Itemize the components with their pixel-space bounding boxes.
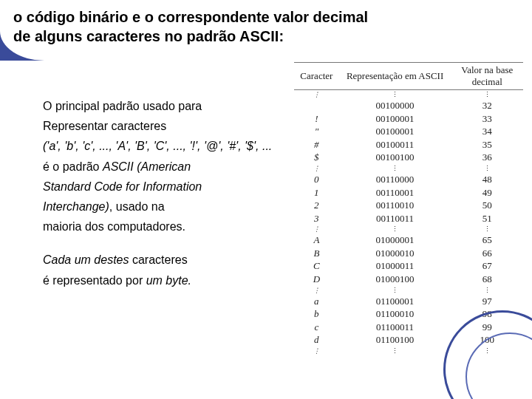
- table-cell: b: [294, 307, 339, 321]
- table-cell: 00100100: [339, 151, 451, 164]
- table-cell: 00100011: [339, 138, 451, 151]
- table-cell: ⋮: [339, 225, 451, 233]
- table-row: C0100001167: [294, 259, 523, 273]
- table-cell: ⋮: [294, 164, 339, 173]
- table-cell: 65: [451, 233, 523, 247]
- body-l1: O principal padrão usado para: [43, 98, 279, 115]
- title-line1: o código binário e o correspondente valo…: [13, 9, 368, 25]
- table-cell: [294, 99, 339, 112]
- table-cell: 00100001: [339, 125, 451, 138]
- table-cell: 32: [451, 99, 523, 112]
- table-cell: 97: [451, 295, 523, 308]
- body-l8b: caracteres: [129, 253, 188, 266]
- table-cell: 01100001: [339, 295, 451, 308]
- title-line2: de alguns caracteres no padrão ASCII:: [13, 28, 284, 44]
- table-cell: ⋮: [339, 286, 451, 295]
- body-l6b: , usado na: [109, 200, 165, 213]
- body-l5: Standard Code for Information: [43, 178, 279, 195]
- table-header-row: Caracter Representação em ASCII Valor na…: [294, 63, 523, 90]
- table-cell: 01000100: [339, 273, 451, 286]
- body-l4b: ASCII (American: [103, 160, 191, 173]
- table-row: ⋮⋮⋮: [294, 286, 523, 295]
- table-cell: a: [294, 295, 339, 308]
- body-l9b: um byte.: [146, 274, 191, 287]
- table-cell: !: [294, 112, 339, 126]
- table-cell: A: [294, 233, 339, 247]
- table-cell: 66: [451, 247, 523, 260]
- table-cell: ⋮: [451, 225, 523, 233]
- table-cell: 0: [294, 173, 339, 186]
- table-row: ⋮⋮⋮: [294, 225, 523, 233]
- col-ascii: Representação em ASCII: [339, 63, 451, 90]
- body-l9a: é representado por: [43, 274, 146, 287]
- table-cell: 48: [451, 173, 523, 186]
- table-cell: ⋮: [294, 286, 339, 295]
- table-cell: 51: [451, 212, 523, 225]
- table-row: D0100010068: [294, 273, 523, 286]
- table-cell: 01000011: [339, 259, 451, 273]
- table-cell: #: [294, 138, 339, 151]
- body-l6a: Interchange): [43, 200, 109, 213]
- table-cell: 01100011: [339, 321, 451, 334]
- table-cell: 01100010: [339, 307, 451, 321]
- table-cell: ⋮: [451, 286, 523, 295]
- table-cell: 34: [451, 125, 523, 138]
- table-cell: D: [294, 273, 339, 286]
- col-caracter: Caracter: [294, 63, 339, 90]
- table-cell: ⋮: [339, 347, 451, 355]
- table-cell: 00100000: [339, 99, 451, 112]
- table-row: "0010000134: [294, 125, 523, 138]
- table-cell: 00110001: [339, 186, 451, 200]
- table-cell: 35: [451, 138, 523, 151]
- col-decimal: Valor na base decimal: [451, 63, 523, 90]
- table-cell: 00110000: [339, 173, 451, 186]
- table-cell: c: [294, 321, 339, 334]
- table-cell: ⋮: [294, 225, 339, 233]
- table-cell: ⋮: [451, 164, 523, 173]
- table-row: A0100000165: [294, 233, 523, 247]
- table-cell: 67: [451, 259, 523, 273]
- table-cell: d: [294, 333, 339, 347]
- table-cell: 01000010: [339, 247, 451, 260]
- table-cell: 00110010: [339, 199, 451, 212]
- body-l7: maioria dos computadores.: [43, 218, 279, 235]
- table-cell: 49: [451, 186, 523, 200]
- table-cell: C: [294, 259, 339, 273]
- table-cell: ⋮: [339, 164, 451, 173]
- table-cell: 00100001: [339, 112, 451, 126]
- table-row: ⋮⋮⋮: [294, 164, 523, 173]
- table-cell: B: [294, 247, 339, 260]
- body-text: O principal padrão usado para Representa…: [43, 98, 279, 292]
- slide-title: o código binário e o correspondente valo…: [13, 7, 427, 46]
- table-row: ⋮⋮⋮: [294, 90, 523, 100]
- table-row: 00011000048: [294, 173, 523, 186]
- table-row: $0010010036: [294, 151, 523, 164]
- table-row: 20011001050: [294, 199, 523, 212]
- table-cell: 1: [294, 186, 339, 200]
- table-cell: $: [294, 151, 339, 164]
- body-l3: ('a', 'b', 'c', ..., 'A', 'B', 'C', ...,…: [43, 137, 279, 154]
- table-row: 0010000032: [294, 99, 523, 112]
- body-l2: Representar caracteres: [43, 117, 279, 134]
- table-cell: 3: [294, 212, 339, 225]
- table-cell: ⋮: [451, 90, 523, 100]
- table-cell: 01000001: [339, 233, 451, 247]
- table-row: 30011001151: [294, 212, 523, 225]
- body-l8a: Cada um destes: [43, 253, 129, 266]
- table-row: a0110000197: [294, 295, 523, 308]
- table-cell: ⋮: [294, 90, 339, 100]
- table-cell: 2: [294, 199, 339, 212]
- table-cell: 36: [451, 151, 523, 164]
- table-cell: 01100100: [339, 333, 451, 347]
- table-cell: 50: [451, 199, 523, 212]
- table-cell: ⋮: [294, 347, 339, 355]
- table-cell: ": [294, 125, 339, 138]
- table-row: 10011000149: [294, 186, 523, 200]
- table-cell: 68: [451, 273, 523, 286]
- table-row: #0010001135: [294, 138, 523, 151]
- table-cell: 00110011: [339, 212, 451, 225]
- table-row: !0010000133: [294, 112, 523, 126]
- body-l4a: é o padrão: [43, 160, 103, 173]
- table-row: B0100001066: [294, 247, 523, 260]
- table-cell: 33: [451, 112, 523, 126]
